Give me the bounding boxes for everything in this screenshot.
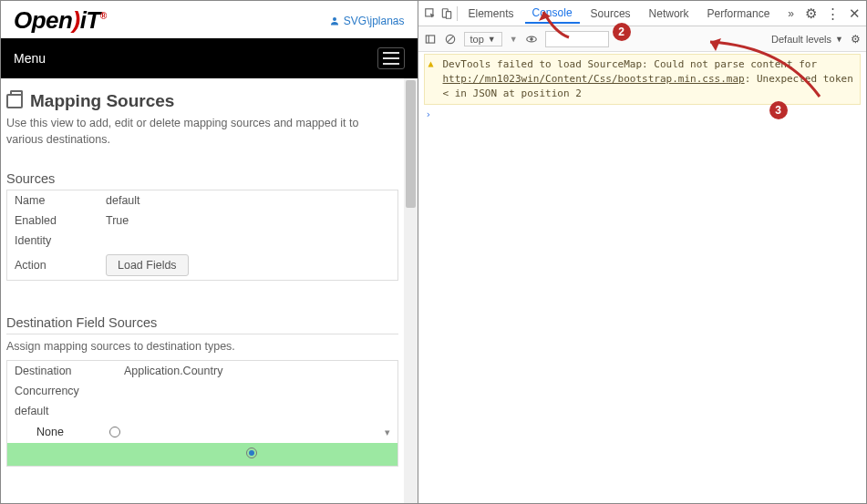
gear-icon[interactable]: ⚙ xyxy=(851,33,861,46)
cell-key: Destination xyxy=(15,365,124,377)
chevron-down-icon: ▾ xyxy=(385,427,390,438)
logo-open: Open xyxy=(14,6,72,34)
clear-console-icon[interactable] xyxy=(444,33,457,46)
devtools-tabbar: Elements Console Sources Network Perform… xyxy=(418,1,867,26)
load-fields-button[interactable]: Load Fields xyxy=(106,254,189,276)
page-title: Mapping Sources xyxy=(6,91,398,111)
app-header: Open)iT® SVG\jplanas xyxy=(1,1,418,38)
sources-table: Namedefault EnabledTrue Identity ActionL… xyxy=(6,190,398,281)
filter-input[interactable] xyxy=(545,31,609,47)
radio-row-none[interactable]: None▾ xyxy=(7,421,397,443)
sources-heading: Sources xyxy=(6,171,398,190)
log-levels-selector[interactable]: Default levels▼ xyxy=(771,34,843,45)
dest-heading: Destination Field Sources xyxy=(6,315,398,334)
tab-performance[interactable]: Performance xyxy=(700,4,778,24)
gear-icon[interactable]: ⚙ xyxy=(805,5,817,22)
logo: Open)iT® xyxy=(14,6,107,35)
console-toolbar: top▼ ▼ Default levels▼ ⚙ xyxy=(418,26,867,52)
dest-description: Assign mapping sources to destination ty… xyxy=(6,340,398,353)
table-row: DestinationApplication.Country xyxy=(7,361,397,381)
tab-network[interactable]: Network xyxy=(642,4,697,24)
table-row: EnabledTrue xyxy=(7,211,397,231)
eye-icon[interactable] xyxy=(525,33,538,46)
context-label: top xyxy=(470,34,484,45)
svg-rect-4 xyxy=(426,35,434,42)
warn-text: DevTools failed to load SourceMap: Could… xyxy=(443,58,818,70)
table-row: Identity xyxy=(7,231,397,251)
chevron-down-icon: ▼ xyxy=(835,35,843,44)
cell-val: True xyxy=(106,214,390,227)
table-row: Namedefault xyxy=(7,190,397,211)
logo-reg: ® xyxy=(100,11,107,21)
table-row: Concurrency xyxy=(7,381,397,401)
device-toggle-icon[interactable] xyxy=(440,7,453,20)
mapping-icon xyxy=(6,94,23,108)
menu-bar: Menu xyxy=(1,38,418,78)
menu-label: Menu xyxy=(14,51,46,66)
table-row: ActionLoad Fields xyxy=(7,251,397,280)
svg-point-9 xyxy=(530,37,532,40)
console-prompt[interactable]: › xyxy=(424,105,862,124)
sidebar-toggle-icon[interactable] xyxy=(424,33,437,46)
context-selector[interactable]: top▼ xyxy=(464,32,502,46)
tabs-overflow-icon[interactable]: » xyxy=(780,4,801,24)
svg-rect-3 xyxy=(446,11,450,18)
annotation-badge-3: 3 xyxy=(769,101,788,119)
console-warning: DevTools failed to load SourceMap: Could… xyxy=(424,54,862,105)
cell-key: Identity xyxy=(15,234,106,247)
vertical-scrollbar[interactable] xyxy=(404,78,418,503)
tab-sources[interactable]: Sources xyxy=(583,4,638,24)
cell-key: default xyxy=(15,405,124,417)
dest-box: DestinationApplication.Country Concurren… xyxy=(6,360,398,467)
inspect-icon[interactable] xyxy=(424,7,437,20)
cell-val: Application.Country xyxy=(124,365,222,377)
cell-key: Enabled xyxy=(15,214,106,227)
radio-label: None xyxy=(36,426,109,438)
chevron-down-icon: ▼ xyxy=(510,35,518,44)
user-link[interactable]: SVG\jplanas xyxy=(329,15,405,27)
page-description: Use this view to add, edit or delete map… xyxy=(6,115,398,148)
chevron-down-icon: ▼ xyxy=(488,35,496,44)
annotation-badge-2: 2 xyxy=(613,23,631,41)
page-content: Mapping Sources Use this view to add, ed… xyxy=(1,78,404,503)
table-row: default xyxy=(7,401,397,421)
cell-val: default xyxy=(106,194,390,207)
log-levels-label: Default levels xyxy=(771,34,831,45)
scrollbar-thumb[interactable] xyxy=(406,80,416,208)
svg-point-0 xyxy=(333,17,336,21)
logo-it: iT xyxy=(80,6,100,34)
cell-key: Action xyxy=(15,259,106,272)
page-title-text: Mapping Sources xyxy=(30,91,174,111)
radio-icon xyxy=(246,447,257,458)
tab-console[interactable]: Console xyxy=(525,3,580,24)
console-output: DevTools failed to load SourceMap: Could… xyxy=(418,52,867,503)
user-label: SVG\jplanas xyxy=(344,15,405,27)
cell-key: Name xyxy=(15,194,106,207)
warn-link[interactable]: http://mn1023win/Content/Css/bootstrap.m… xyxy=(443,73,745,85)
logo-paren-icon: ) xyxy=(72,6,79,34)
user-icon xyxy=(329,15,340,26)
menu-toggle-button[interactable] xyxy=(377,47,405,69)
radio-row-selected[interactable] xyxy=(7,443,397,466)
kebab-icon[interactable]: ⋮ xyxy=(826,5,840,22)
svg-line-7 xyxy=(448,36,453,42)
close-icon[interactable]: ✕ xyxy=(849,5,861,22)
tab-elements[interactable]: Elements xyxy=(461,4,521,24)
cell-key: Concurrency xyxy=(15,385,124,397)
radio-icon xyxy=(109,427,120,437)
